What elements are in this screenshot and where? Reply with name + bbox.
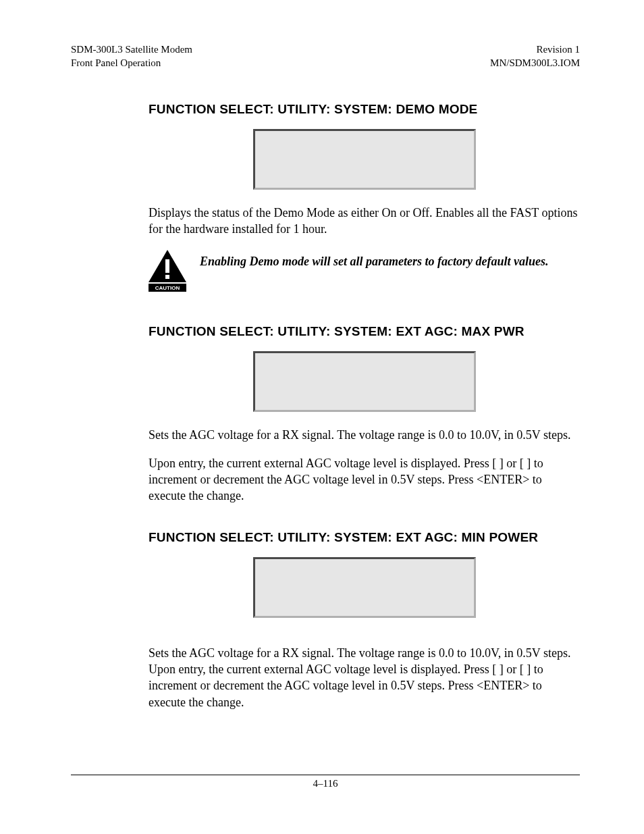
lcd-display-placeholder (253, 351, 476, 412)
header-docid: MN/SDM300L3.IOM (490, 57, 580, 70)
lcd-display-placeholder (253, 557, 476, 618)
body-text: Upon entry, the current external AGC vol… (149, 455, 580, 504)
svg-rect-2 (165, 275, 169, 279)
page-number: 4–116 (313, 778, 338, 789)
svg-text:CAUTION: CAUTION (155, 285, 180, 291)
lcd-display-placeholder (253, 129, 476, 190)
body-text: Sets the AGC voltage for a RX signal. Th… (149, 427, 580, 443)
header-product: SDM-300L3 Satellite Modem (71, 43, 192, 57)
section-heading-demo-mode: FUNCTION SELECT: UTILITY: SYSTEM: DEMO M… (149, 102, 580, 117)
caution-text: Enabling Demo mode will set all paramete… (200, 250, 548, 269)
header-section: Front Panel Operation (71, 57, 192, 70)
section-heading-min-power: FUNCTION SELECT: UTILITY: SYSTEM: EXT AG… (149, 530, 580, 545)
svg-rect-1 (165, 259, 169, 273)
page-footer: 4–116 (71, 775, 580, 789)
caution-icon: CAUTION (149, 250, 186, 294)
section-heading-max-pwr: FUNCTION SELECT: UTILITY: SYSTEM: EXT AG… (149, 324, 580, 339)
body-text: Displays the status of the Demo Mode as … (149, 205, 580, 238)
header-revision: Revision 1 (490, 43, 580, 57)
page-header: SDM-300L3 Satellite Modem Front Panel Op… (71, 43, 580, 70)
body-text: Sets the AGC voltage for a RX signal. Th… (149, 645, 580, 710)
